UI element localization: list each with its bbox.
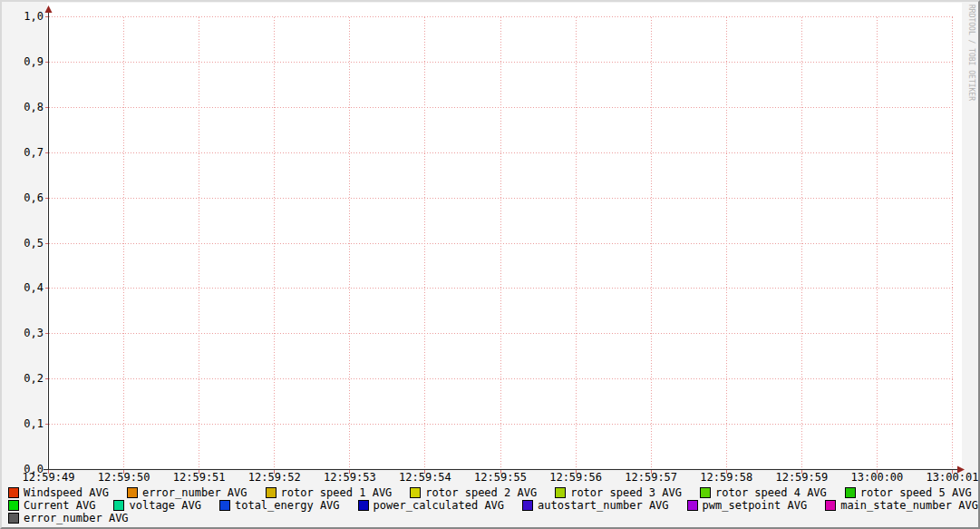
- legend-swatch: [358, 500, 369, 511]
- legend-row: error_number AVG: [8, 512, 129, 524]
- legend-swatch: [522, 500, 533, 511]
- legend-swatch: [127, 487, 138, 498]
- y-tick-label: 0,2: [5, 373, 44, 384]
- legend-row: Windspeed AVGerror_number AVGrotor speed…: [8, 486, 972, 499]
- legend-label: pwm_setpoint AVG: [703, 499, 808, 512]
- y-tick-label: 0,8: [5, 102, 44, 113]
- legend-label: rotor speed 1 AVG: [281, 486, 393, 499]
- x-tick-label: 12:59:51: [173, 472, 226, 484]
- x-tick-label: 13:00:00: [851, 472, 904, 484]
- legend-item: rotor speed 5 AVG: [845, 486, 972, 499]
- legend-label: rotor speed 2 AVG: [425, 486, 537, 499]
- legend-label: Windspeed AVG: [24, 486, 109, 499]
- legend-item: rotor speed 3 AVG: [555, 486, 682, 499]
- legend-label: error_number AVG: [24, 512, 129, 524]
- legend-label: rotor speed 5 AVG: [860, 486, 972, 499]
- x-tick-label: 12:59:58: [700, 472, 752, 484]
- y-tick-label: 0,5: [5, 238, 44, 249]
- legend-label: rotor speed 3 AVG: [570, 486, 682, 499]
- y-tick-label: 1,0: [5, 11, 44, 22]
- legend-item: total_energy AVG: [219, 499, 340, 512]
- chart-grid: [2, 2, 978, 527]
- legend-item: error_number AVG: [127, 486, 247, 499]
- legend-item: power_calculated AVG: [358, 499, 505, 512]
- y-tick-label: 0,6: [5, 192, 44, 203]
- legend-item: autostart_number AVG: [522, 499, 669, 512]
- legend-label: autostart_number AVG: [538, 499, 669, 512]
- x-tick-label: 12:59:57: [625, 472, 677, 484]
- legend-swatch: [8, 500, 19, 511]
- x-tick-label: 12:59:53: [324, 472, 376, 484]
- legend-item: main_state_number AVG: [825, 499, 978, 512]
- legend-label: rotor speed 4 AVG: [715, 486, 827, 499]
- legend-swatch: [687, 500, 698, 511]
- y-tick-label: 0,1: [5, 418, 44, 429]
- legend-swatch: [219, 500, 230, 511]
- x-tick-label: 12:59:59: [775, 472, 828, 484]
- x-tick-label: 12:59:54: [399, 472, 451, 484]
- legend-swatch: [410, 487, 421, 498]
- x-tick-label: 12:59:52: [248, 472, 301, 484]
- watermark-text: RRDTOOL / TOBI OETIKER: [967, 5, 975, 101]
- legend-label: power_calculated AVG: [374, 499, 505, 512]
- legend-swatch: [113, 500, 124, 511]
- legend-row: Current AVGvoltage AVGtotal_energy AVGpo…: [8, 499, 978, 512]
- legend-item: rotor speed 2 AVG: [410, 486, 537, 499]
- legend-swatch: [825, 500, 836, 511]
- x-tick-label: 12:59:56: [549, 472, 602, 484]
- legend-item: Windspeed AVG: [8, 486, 109, 499]
- legend-label: voltage AVG: [129, 499, 200, 512]
- y-tick-label: 0,7: [5, 147, 44, 158]
- legend-swatch: [700, 487, 711, 498]
- rrdtool-graph: 1,00,90,80,70,60,50,40,30,20,10,0 12:59:…: [0, 0, 980, 529]
- legend-label: error_number AVG: [142, 486, 247, 499]
- legend-label: Current AVG: [24, 499, 95, 512]
- legend-label: total_energy AVG: [235, 499, 340, 512]
- legend-item: voltage AVG: [113, 499, 200, 512]
- legend-item: rotor speed 1 AVG: [266, 486, 393, 499]
- legend-label: main_state_number AVG: [840, 499, 978, 512]
- x-tick-label: 12:59:49: [23, 472, 75, 484]
- legend-item: error_number AVG: [8, 512, 129, 524]
- legend-swatch: [8, 487, 19, 498]
- legend-swatch: [266, 487, 277, 498]
- legend-swatch: [8, 513, 19, 524]
- y-tick-label: 0,9: [5, 56, 44, 67]
- legend-swatch: [845, 487, 856, 498]
- y-tick-label: 0,3: [5, 328, 44, 338]
- x-tick-label: 13:00:01: [927, 472, 979, 484]
- legend-item: rotor speed 4 AVG: [700, 486, 827, 499]
- legend-item: pwm_setpoint AVG: [687, 499, 808, 512]
- x-tick-label: 12:59:55: [474, 472, 527, 484]
- y-tick-label: 0,4: [5, 282, 44, 293]
- x-tick-label: 12:59:50: [98, 472, 150, 484]
- legend-swatch: [555, 487, 566, 498]
- legend-item: Current AVG: [8, 499, 95, 512]
